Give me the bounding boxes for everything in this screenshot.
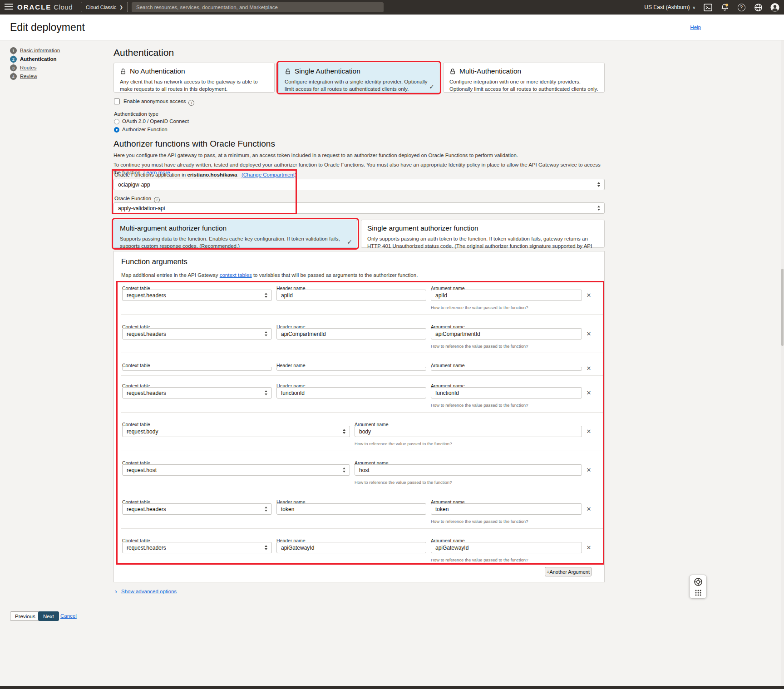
context-table-value: request.headers xyxy=(127,331,166,337)
remove-argument-close-icon[interactable]: ✕ xyxy=(585,365,592,372)
card-multi-argument[interactable]: Multi-argument authorizer function Suppo… xyxy=(113,220,357,248)
context-table-select[interactable]: request.host xyxy=(122,464,350,476)
argument-name-input-empty[interactable] xyxy=(431,367,582,371)
chevron-updown-icon[interactable] xyxy=(262,390,267,395)
radio-oauth-label[interactable]: OAuth 2.0 / OpenID Connect xyxy=(122,118,189,124)
header-name-value[interactable] xyxy=(281,390,422,396)
remove-argument-close-icon[interactable]: ✕ xyxy=(585,428,592,435)
vertical-scrollbar-track[interactable] xyxy=(781,15,784,689)
sidebar-step-review[interactable]: Review xyxy=(20,74,37,79)
region-selector[interactable]: US East (Ashburn) ∨ xyxy=(644,4,695,10)
help-icon[interactable]: ? xyxy=(737,3,746,12)
row-divider xyxy=(121,353,603,353)
grid-dots-icon[interactable] xyxy=(695,589,702,596)
header-name-input[interactable] xyxy=(276,503,426,515)
chevron-updown-icon[interactable] xyxy=(262,545,267,550)
radio-authorizer-function[interactable] xyxy=(114,127,119,133)
header-name-input[interactable] xyxy=(276,387,426,399)
chevron-updown-icon[interactable] xyxy=(340,468,345,472)
hamburger-menu-icon[interactable] xyxy=(5,4,13,10)
context-table-select[interactable]: request.headers xyxy=(122,387,272,399)
remove-argument-close-icon[interactable]: ✕ xyxy=(585,292,592,299)
info-icon[interactable]: i xyxy=(154,197,160,203)
notifications-bell-icon[interactable] xyxy=(720,3,729,12)
context-table-select[interactable]: request.headers xyxy=(122,328,272,340)
card-single-argument[interactable]: Single argument authorizer function Only… xyxy=(361,220,605,248)
user-avatar-icon[interactable] xyxy=(770,3,779,12)
chevron-updown-icon[interactable] xyxy=(595,206,600,211)
argument-name-value[interactable] xyxy=(435,545,577,551)
previous-button[interactable]: Previous xyxy=(10,611,40,621)
header-name-input[interactable] xyxy=(276,290,426,301)
header-name-value[interactable] xyxy=(281,292,422,299)
header-name-value[interactable] xyxy=(281,331,422,337)
show-advanced-options[interactable]: › Show advanced options xyxy=(115,588,177,595)
radio-authorizer-function-label[interactable]: Authorizer Function xyxy=(122,127,168,132)
remove-argument-close-icon[interactable]: ✕ xyxy=(585,467,592,473)
header-name-value[interactable] xyxy=(281,506,422,512)
chevron-updown-icon[interactable] xyxy=(262,331,267,336)
argument-name-input[interactable] xyxy=(431,290,582,301)
another-argument-button[interactable]: +Another Argument xyxy=(545,567,592,576)
header-name-input[interactable] xyxy=(276,542,426,553)
remove-argument-close-icon[interactable]: ✕ xyxy=(585,506,592,512)
argument-helper-text: How to reference the value passed to the… xyxy=(431,557,528,562)
context-table-select[interactable]: request.headers xyxy=(122,503,272,515)
context-table-select[interactable]: request.headers xyxy=(122,290,272,301)
card-no-authentication[interactable]: No Authentication Any client that has ne… xyxy=(113,63,275,93)
context-table-select[interactable]: request.body xyxy=(122,426,350,437)
argument-name-value[interactable] xyxy=(435,390,577,396)
argument-name-input[interactable] xyxy=(355,426,582,437)
language-globe-icon[interactable] xyxy=(754,3,763,12)
argument-name-value[interactable] xyxy=(435,331,577,337)
header-name-input-empty[interactable] xyxy=(276,367,426,371)
argument-name-input[interactable] xyxy=(431,542,582,553)
vertical-scrollbar-thumb[interactable] xyxy=(781,269,784,346)
assistant-launcher-widget[interactable] xyxy=(689,575,707,599)
sidebar-step-authentication[interactable]: Authentication xyxy=(20,56,57,62)
help-link[interactable]: Help xyxy=(690,25,701,30)
radio-oauth[interactable] xyxy=(114,119,119,124)
functions-application-select[interactable]: ociapigw-app xyxy=(113,179,605,190)
next-button[interactable]: Next xyxy=(38,611,59,621)
argument-name-value[interactable] xyxy=(435,292,577,299)
argument-name-value[interactable] xyxy=(359,467,577,473)
header-name-value[interactable] xyxy=(281,545,422,551)
remove-argument-close-icon[interactable]: ✕ xyxy=(585,330,592,337)
argument-name-input[interactable] xyxy=(431,328,582,340)
argument-name-input[interactable] xyxy=(431,387,582,399)
argument-name-input[interactable] xyxy=(355,464,582,476)
card-multi-authentication[interactable]: Multi-Authentication Configure integrati… xyxy=(443,63,605,93)
cancel-link[interactable]: Cancel xyxy=(60,613,77,619)
argument-name-input[interactable] xyxy=(431,503,582,515)
chevron-updown-icon[interactable] xyxy=(340,429,345,434)
multi-argument-description: Supports passing data to the function. E… xyxy=(120,236,349,250)
chevron-updown-icon[interactable] xyxy=(595,182,600,187)
lifebuoy-icon[interactable] xyxy=(693,577,703,587)
sidebar-step-routes[interactable]: Routes xyxy=(20,65,36,70)
chevron-updown-icon[interactable] xyxy=(262,293,267,298)
cloud-shell-icon[interactable] xyxy=(703,3,712,12)
enable-anonymous-access-checkbox[interactable] xyxy=(114,98,120,104)
show-advanced-options-link[interactable]: Show advanced options xyxy=(121,589,177,594)
header-name-input[interactable] xyxy=(276,328,426,340)
change-compartment-link[interactable]: (Change Compartment) xyxy=(242,172,296,177)
context-tables-link[interactable]: context tables xyxy=(220,272,252,278)
context-table-select[interactable]: request.headers xyxy=(122,542,272,553)
chevron-updown-icon[interactable] xyxy=(262,507,267,512)
context-table-select-empty[interactable] xyxy=(122,367,272,371)
remove-argument-close-icon[interactable]: ✕ xyxy=(585,389,592,396)
card-single-authentication[interactable]: Single Authentication Configure integrat… xyxy=(278,63,439,93)
oracle-cloud-logo[interactable]: ORACLECloud xyxy=(17,3,73,11)
function-arguments-list: Context table Header name Argument name … xyxy=(114,281,605,568)
oracle-function-select[interactable]: apply-validation-api xyxy=(113,202,605,214)
info-icon[interactable]: i xyxy=(188,100,194,106)
argument-name-value[interactable] xyxy=(435,506,577,512)
chevron-right-icon: ❯ xyxy=(119,5,123,10)
global-search-input[interactable] xyxy=(132,2,384,12)
cloud-classic-button[interactable]: Cloud Classic ❯ xyxy=(81,2,128,12)
remove-argument-close-icon[interactable]: ✕ xyxy=(585,544,592,551)
sidebar-step-basic-information[interactable]: Basic information xyxy=(20,48,60,53)
context-table-value: request.headers xyxy=(127,292,166,299)
argument-name-value[interactable] xyxy=(359,428,577,435)
